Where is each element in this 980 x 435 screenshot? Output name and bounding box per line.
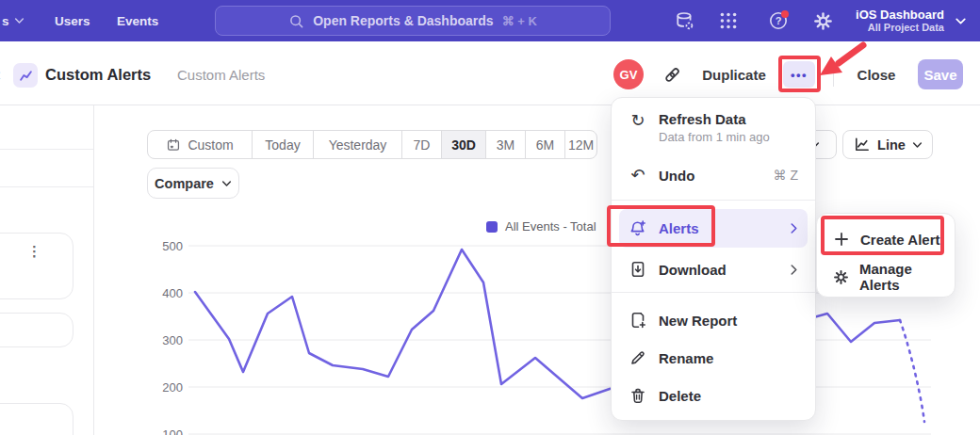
line-series-dotted-tail [900,320,924,422]
search-input[interactable]: Open Reports & Dashboards ⌘ + K [215,6,611,36]
compare-dropdown[interactable]: Compare [147,168,239,199]
alerts-submenu: Create Alert Manage Alerts [816,213,956,298]
pencil-icon [629,348,647,367]
divider [833,62,834,87]
page-title: Custom Alerts [45,66,151,84]
menu-item-refresh-data[interactable]: ↻ Refresh Data Data from 1 min ago [619,105,808,151]
copy-link-icon[interactable] [660,59,684,89]
legend-swatch [486,221,498,233]
range-30d-selected[interactable]: 30D [441,131,485,158]
report-type-icon [13,63,38,88]
chevron-down-icon [221,179,232,188]
help-icon[interactable]: ? [767,9,790,32]
download-icon [629,260,647,279]
back-chevron-fragment: ‹ [0,65,1,85]
range-7d[interactable]: 7D [401,131,441,158]
range-custom[interactable]: Custom [148,131,252,158]
undo-icon: ↶ [629,166,647,185]
y-axis-tick: 100 [141,427,183,435]
duplicate-button[interactable]: Duplicate [700,59,768,89]
chevron-right-icon [790,264,798,276]
sidebar-card[interactable]: ⋮ [0,233,74,299]
submenu-item-create-alert[interactable]: Create Alert [823,221,949,257]
project-scope: All Project Data [868,22,944,34]
range-3m[interactable]: 3M [485,131,525,158]
nav-item-partial[interactable]: s [2,0,24,41]
svg-text:?: ? [776,15,782,26]
menu-item-delete[interactable]: Delete [619,377,808,414]
range-6m[interactable]: 6M [525,131,564,158]
avatar[interactable]: GV [613,59,644,89]
y-axis-tick: 200 [141,380,183,395]
menu-divider [612,200,815,201]
search-placeholder: Open Reports & Dashboards [313,13,493,28]
y-axis-tick: 300 [141,333,183,347]
y-axis-tick: 400 [141,286,183,300]
gear-icon [832,267,850,286]
chart-legend[interactable]: All Events - Total [486,219,596,234]
project-selector[interactable]: iOS Dashboard All Project Data [856,0,944,41]
search-shortcut: ⌘ + K [502,14,537,28]
refresh-icon: ↻ [629,111,647,130]
date-range-control: Custom Today Yesterday 7D 30D 3M 6M 12M [147,130,597,159]
menu-item-label: Refresh Data [659,111,770,127]
chart-type-dropdown[interactable]: Line [842,130,933,159]
notification-dot [781,10,789,18]
submenu-item-manage-alerts[interactable]: Manage Alerts [823,259,949,295]
legend-label: All Events - Total [505,219,596,234]
line-chart-icon [853,136,871,153]
apps-grid-icon[interactable] [717,9,740,32]
range-today[interactable]: Today [252,131,313,158]
kebab-menu-icon[interactable]: ⋮ [27,245,41,258]
nav-item-events[interactable]: Events [117,0,158,41]
close-button[interactable]: Close [854,59,899,89]
undo-shortcut: ⌘ Z [774,168,798,183]
sidebar-card[interactable] [0,313,74,347]
report-header: ‹ Custom Alerts Custom Alerts GV Duplica… [0,41,980,105]
range-12m[interactable]: 12M [564,131,596,158]
menu-item-new-report[interactable]: New Report [619,301,808,339]
menu-item-alerts[interactable]: Alerts [619,209,808,248]
calendar-icon [166,137,181,153]
plus-icon [832,230,851,249]
menu-item-download[interactable]: Download [619,250,808,288]
nav-item-users[interactable]: Users [55,0,90,41]
new-report-icon [629,311,647,330]
sidebar-divider [93,105,94,435]
settings-gear-icon[interactable] [811,9,834,32]
y-axis-tick: 500 [141,239,183,253]
chevron-down-icon [14,16,24,25]
save-button[interactable]: Save [918,59,963,89]
alert-bell-icon [629,219,647,238]
data-management-icon[interactable] [673,9,695,32]
breadcrumb: Custom Alerts [177,67,265,83]
trash-icon [629,386,647,405]
top-nav: s Users Events Open Reports & Dashboards… [0,0,980,41]
search-icon [288,13,304,29]
sidebar-section-divider [0,186,93,187]
sidebar-section-divider [0,149,93,150]
menu-item-undo[interactable]: ↶ Undo ⌘ Z [619,158,808,192]
more-options-button[interactable]: ••• [783,61,815,88]
menu-divider [612,292,815,293]
menu-item-rename[interactable]: Rename [619,339,808,377]
more-options-menu: ↻ Refresh Data Data from 1 min ago ↶ Und… [611,97,816,421]
sidebar-card[interactable] [0,403,74,435]
project-name: iOS Dashboard [856,8,944,22]
refresh-status-text: Data from 1 min ago [659,130,770,144]
range-yesterday[interactable]: Yesterday [313,131,401,158]
chevron-right-icon [790,222,798,234]
chevron-down-icon [955,16,967,26]
chevron-down-icon [912,140,923,150]
